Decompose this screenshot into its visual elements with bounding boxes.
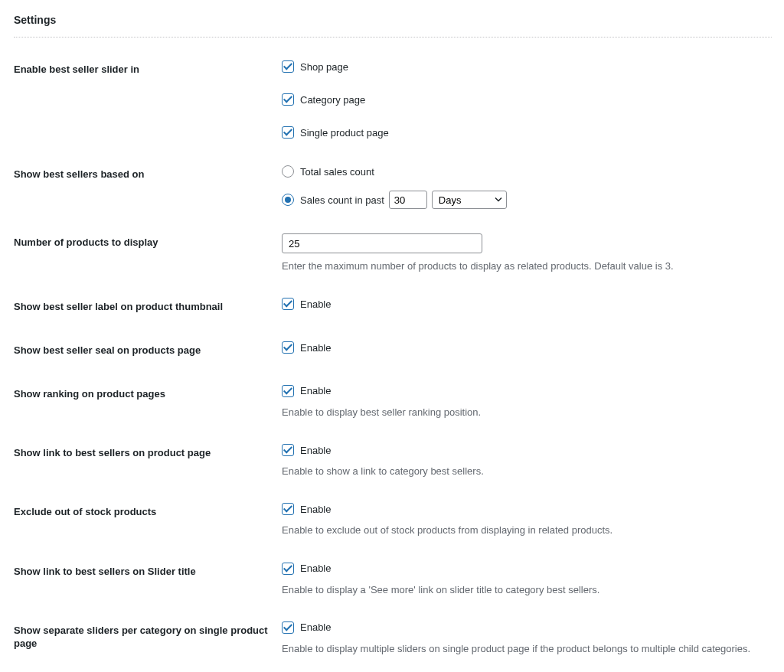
label-num-products: Number of products to display: [14, 221, 282, 285]
radio-sales-past[interactable]: [282, 194, 294, 206]
section-divider: [14, 37, 772, 38]
radio-total-sales-text: Total sales count: [300, 166, 374, 178]
section-title: Settings: [14, 14, 772, 37]
checkbox-ranking-text: Enable: [300, 385, 331, 396]
row-seal-page: Show best seller seal on products page E…: [14, 329, 772, 373]
checkbox-single-product-label[interactable]: Single product page: [282, 126, 389, 139]
desc-num-products: Enter the maximum number of products to …: [282, 259, 764, 273]
checkbox-seal-page[interactable]: [282, 341, 294, 354]
checkbox-category-page-label[interactable]: Category page: [282, 93, 365, 106]
label-separate-sliders: Show separate sliders per category on si…: [14, 609, 282, 668]
radio-total-sales-label[interactable]: Total sales count: [282, 165, 374, 178]
checkbox-separate-sliders-label[interactable]: Enable: [282, 621, 331, 634]
desc-separate-sliders: Enable to display multiple sliders on si…: [282, 642, 764, 656]
row-link-slider: Show link to best sellers on Slider titl…: [14, 550, 772, 609]
label-link-product: Show link to best sellers on product pag…: [14, 432, 282, 491]
checkbox-exclude-oos[interactable]: [282, 503, 294, 515]
select-past-unit[interactable]: Days: [432, 191, 507, 209]
checkbox-link-product[interactable]: [282, 444, 294, 456]
settings-table: Enable best seller slider in Shop page C…: [14, 48, 772, 668]
checkbox-link-slider-text: Enable: [300, 563, 331, 574]
row-enable-slider: Enable best seller slider in Shop page C…: [14, 48, 772, 153]
label-based-on: Show best sellers based on: [14, 153, 282, 221]
row-separate-sliders: Show separate sliders per category on si…: [14, 609, 772, 668]
checkbox-exclude-oos-text: Enable: [300, 504, 331, 515]
row-link-product: Show link to best sellers on product pag…: [14, 432, 772, 491]
checkbox-link-slider-label[interactable]: Enable: [282, 563, 331, 575]
label-label-thumb: Show best seller label on product thumbn…: [14, 285, 282, 329]
checkbox-category-page[interactable]: [282, 93, 294, 106]
desc-link-product: Enable to show a link to category best s…: [282, 465, 764, 478]
desc-ranking: Enable to display best seller ranking po…: [282, 406, 764, 419]
checkbox-separate-sliders-text: Enable: [300, 621, 331, 633]
checkbox-exclude-oos-label[interactable]: Enable: [282, 503, 331, 515]
checkbox-link-product-label[interactable]: Enable: [282, 444, 331, 456]
checkbox-link-slider[interactable]: [282, 563, 294, 575]
radio-total-sales[interactable]: [282, 165, 294, 178]
label-enable-slider: Enable best seller slider in: [14, 48, 282, 153]
checkbox-link-product-text: Enable: [300, 445, 331, 456]
label-seal-page: Show best seller seal on products page: [14, 329, 282, 373]
checkbox-label-thumb[interactable]: [282, 298, 294, 310]
desc-link-slider: Enable to display a 'See more' link on s…: [282, 583, 764, 597]
input-num-products[interactable]: [282, 233, 482, 253]
checkbox-shop-page-label[interactable]: Shop page: [282, 60, 348, 73]
checkbox-seal-page-label[interactable]: Enable: [282, 341, 331, 354]
checkbox-seal-page-text: Enable: [300, 342, 331, 354]
row-num-products: Number of products to display Enter the …: [14, 221, 772, 285]
radio-sales-past-text: Sales count in past: [300, 194, 384, 206]
input-past-days[interactable]: [389, 191, 427, 209]
label-ranking: Show ranking on product pages: [14, 373, 282, 432]
checkbox-ranking[interactable]: [282, 385, 294, 397]
checkbox-label-thumb-label[interactable]: Enable: [282, 298, 331, 310]
checkbox-shop-page[interactable]: [282, 60, 294, 73]
checkbox-ranking-label[interactable]: Enable: [282, 385, 331, 397]
label-link-slider: Show link to best sellers on Slider titl…: [14, 550, 282, 609]
checkbox-separate-sliders[interactable]: [282, 621, 294, 634]
row-based-on: Show best sellers based on Total sales c…: [14, 153, 772, 221]
row-ranking: Show ranking on product pages Enable Ena…: [14, 373, 772, 432]
checkbox-single-product[interactable]: [282, 126, 294, 139]
desc-exclude-oos: Enable to exclude out of stock products …: [282, 524, 764, 537]
checkbox-category-page-text: Category page: [300, 94, 365, 106]
row-label-thumb: Show best seller label on product thumbn…: [14, 285, 772, 329]
checkbox-single-product-text: Single product page: [300, 127, 389, 139]
label-exclude-oos: Exclude out of stock products: [14, 491, 282, 550]
checkbox-shop-page-text: Shop page: [300, 61, 348, 73]
row-exclude-oos: Exclude out of stock products Enable Ena…: [14, 491, 772, 550]
radio-sales-past-label[interactable]: Sales count in past: [282, 194, 384, 206]
checkbox-label-thumb-text: Enable: [300, 298, 331, 310]
